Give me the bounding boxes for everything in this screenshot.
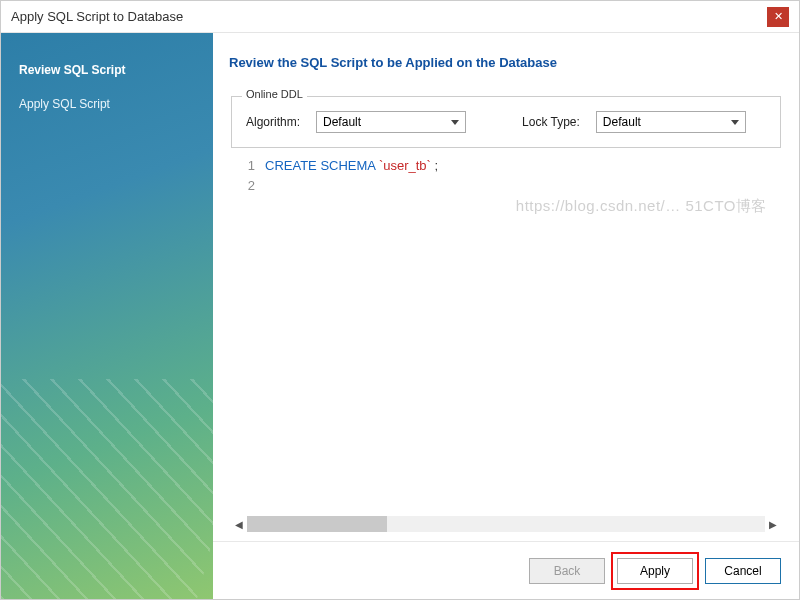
online-ddl-group: Online DDL Algorithm: Default Lock Type:… [231, 96, 781, 148]
line-gutter: 1 2 [231, 156, 265, 515]
step-review-sql[interactable]: Review SQL Script [1, 53, 213, 87]
sql-keyword: CREATE SCHEMA [265, 158, 375, 173]
scroll-left-icon[interactable]: ◀ [231, 516, 247, 532]
cancel-button[interactable]: Cancel [705, 558, 781, 584]
scroll-track[interactable] [247, 516, 765, 532]
page-title: Review the SQL Script to be Applied on t… [213, 33, 799, 96]
titlebar: Apply SQL Script to Database ✕ [1, 1, 799, 33]
dialog-body: Review SQL Script Apply SQL Script Revie… [1, 33, 799, 599]
lock-type-label: Lock Type: [522, 115, 580, 129]
apply-button[interactable]: Apply [617, 558, 693, 584]
sql-terminator: ; [431, 158, 438, 173]
online-ddl-row: Algorithm: Default Lock Type: Default [246, 111, 766, 133]
sql-identifier: `user_tb` [379, 158, 431, 173]
sql-code[interactable]: CREATE SCHEMA `user_tb` ; [265, 156, 781, 515]
scroll-right-icon[interactable]: ▶ [765, 516, 781, 532]
line-number: 1 [231, 156, 255, 176]
scroll-thumb[interactable] [247, 516, 387, 532]
sql-editor[interactable]: 1 2 CREATE SCHEMA `user_tb` ; [231, 156, 781, 515]
horizontal-scrollbar[interactable]: ◀ ▶ [231, 515, 781, 533]
apply-sql-dialog: Apply SQL Script to Database ✕ Review SQ… [0, 0, 800, 600]
main-panel: Review the SQL Script to be Applied on t… [213, 33, 799, 599]
close-icon[interactable]: ✕ [767, 7, 789, 27]
algorithm-label: Algorithm: [246, 115, 300, 129]
window-title: Apply SQL Script to Database [11, 9, 767, 24]
back-button: Back [529, 558, 605, 584]
online-ddl-legend: Online DDL [242, 88, 307, 100]
algorithm-select[interactable]: Default [316, 111, 466, 133]
line-number: 2 [231, 176, 255, 196]
wizard-sidebar: Review SQL Script Apply SQL Script [1, 33, 213, 599]
lock-type-select[interactable]: Default [596, 111, 746, 133]
dialog-footer: Back Apply Cancel [213, 541, 799, 599]
step-apply-sql[interactable]: Apply SQL Script [1, 87, 213, 121]
